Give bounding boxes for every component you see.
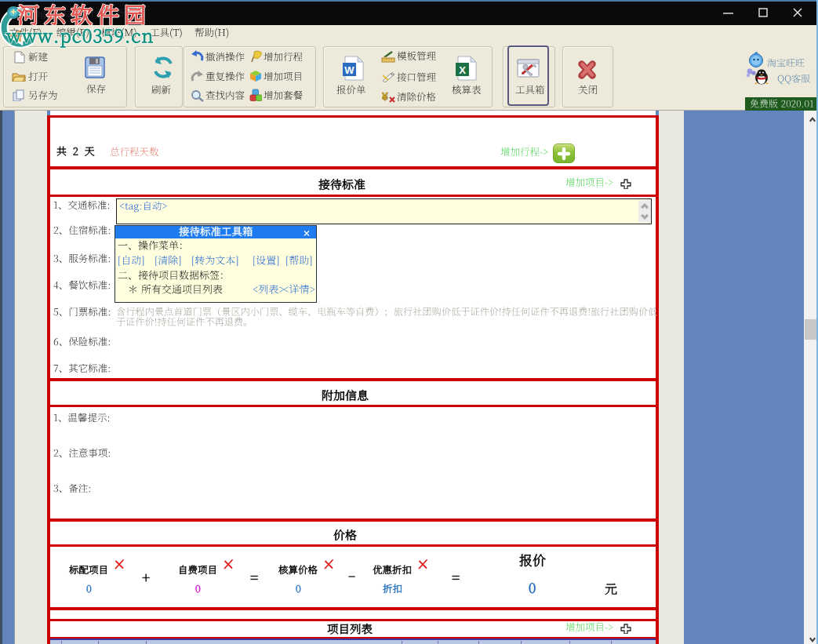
svg-text:¥: ¥: [382, 90, 388, 103]
svg-text:W: W: [344, 64, 354, 76]
svg-text:X: X: [459, 64, 466, 76]
